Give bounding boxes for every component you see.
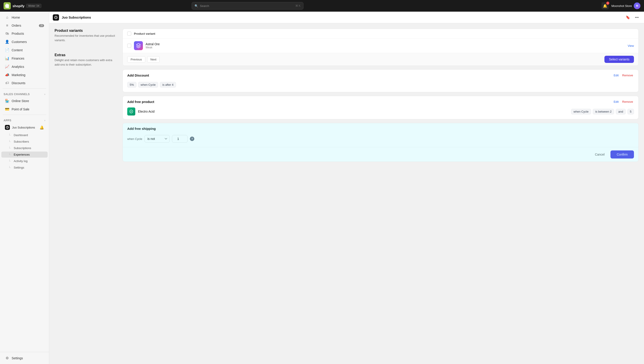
sidebar-subitem-settings-sub[interactable]: └ Settings <box>1 164 48 170</box>
product-variants-title: Product variants <box>54 29 117 33</box>
free-product-remove-button[interactable]: Remove <box>622 100 634 104</box>
confirm-button[interactable]: Confirm <box>610 150 634 158</box>
sidebar-item-finances-label: Finances <box>12 57 24 60</box>
help-icon[interactable]: ? <box>190 136 194 141</box>
sidebar-subitem-dashboard[interactable]: └ Dashboard <box>1 132 48 138</box>
product-variant-col-header: Product variant <box>134 32 155 35</box>
sidebar-item-point-of-sale[interactable]: 💳 Point of Sale <box>1 105 48 113</box>
sidebar-divider-1 <box>3 88 46 89</box>
discount-badge-3: is after 4 <box>160 82 176 88</box>
sales-channels-expand[interactable]: › <box>44 93 46 96</box>
more-options-button[interactable]: ••• <box>633 14 640 21</box>
sidebar-divider-2 <box>3 115 46 115</box>
product-sub: Weak <box>146 46 625 49</box>
sidebar-item-online-store[interactable]: 🏪 Online Store <box>1 97 48 105</box>
top-navigation: shopify Winter '24 🔍 Search ⌘ K 🔔 1 Moon… <box>0 0 644 12</box>
subscribers-label: Subscribers <box>14 140 29 143</box>
notification-button[interactable]: 🔔 1 <box>602 2 609 10</box>
sidebar-item-products[interactable]: 🛍 Products <box>1 30 48 37</box>
extras-section: Extras Delight and retain more customers… <box>54 53 117 67</box>
products-icon: 🛍 <box>5 32 10 36</box>
previous-button[interactable]: Previous <box>127 56 145 63</box>
store-name: Moonshot Store <box>611 4 632 8</box>
sidebar-item-home-label: Home <box>12 16 20 19</box>
free-product-thumbnail <box>127 107 135 115</box>
brand-name: shopify <box>12 4 24 8</box>
sidebar-subitem-subscriptions[interactable]: └ Subscriptions <box>1 145 48 151</box>
discount-actions: Edit Remove <box>613 73 634 77</box>
discount-edit-button[interactable]: Edit <box>613 73 620 77</box>
view-product-link[interactable]: View <box>628 44 634 48</box>
season-badge: Winter '24 <box>26 4 41 8</box>
condition-label: is between 2 <box>593 109 614 114</box>
bookmark-button[interactable]: 🔖 <box>624 14 632 21</box>
discount-badge-2: when Cycle <box>138 82 158 88</box>
tree-line: └ <box>8 133 10 137</box>
discounts-icon: 🏷 <box>5 81 10 85</box>
cancel-button[interactable]: Cancel <box>591 150 608 158</box>
notification-badge: 1 <box>606 2 609 5</box>
cycle-condition: when Cycle is between 2 and 5 <box>157 109 634 114</box>
sidebar-item-pos-label: Point of Sale <box>12 107 29 111</box>
select-all-checkbox[interactable] <box>127 32 131 36</box>
page-content: Product variants Recommended for invento… <box>49 23 644 364</box>
content-icon: 📄 <box>5 48 10 52</box>
sidebar-item-juo[interactable]: Juo Subscriptions 🔔 <box>1 123 48 132</box>
orders-badge: 28 <box>39 24 44 27</box>
store-button[interactable]: Moonshot Store M <box>611 3 640 9</box>
tree-line: └ <box>8 166 10 169</box>
product-variants-card: Product variant Astral Ore We <box>122 29 639 66</box>
apps-expand[interactable]: › <box>44 119 46 122</box>
add-discount-card: Add Discount Edit Remove 5% when Cycle i… <box>122 69 639 92</box>
extras-title: Extras <box>54 53 117 57</box>
sidebar-item-orders[interactable]: ≡ Orders 28 <box>1 22 48 29</box>
cycle-value-input[interactable] <box>172 135 188 143</box>
search-shortcut: ⌘ K <box>296 4 300 8</box>
sidebar-item-settings[interactable]: ⚙ Settings <box>1 354 48 362</box>
select-variants-button[interactable]: Select variants <box>604 56 634 63</box>
sidebar-item-marketing[interactable]: 📣 Marketing <box>1 71 48 79</box>
sidebar: ⌂ Home ≡ Orders 28 🛍 Products 👤 Customer… <box>0 12 49 364</box>
sidebar-subitem-experiences[interactable]: └ Experiences <box>1 151 48 158</box>
discount-remove-button[interactable]: Remove <box>622 73 634 77</box>
brand[interactable]: shopify Winter '24 <box>4 2 41 10</box>
discount-card-header: Add Discount Edit Remove <box>123 70 638 81</box>
sidebar-item-discounts[interactable]: 🏷 Discounts <box>1 79 48 87</box>
next-button[interactable]: Next <box>147 56 160 63</box>
settings-icon: ⚙ <box>5 356 10 360</box>
topnav-right: 🔔 1 Moonshot Store M <box>602 2 640 10</box>
two-col-layout: Product variants Recommended for invento… <box>54 29 639 162</box>
orders-icon: ≡ <box>5 24 10 28</box>
sidebar-item-analytics[interactable]: 📈 Analytics <box>1 63 48 71</box>
sidebar-subitem-activity-log[interactable]: └ Activity log <box>1 158 48 164</box>
tree-line: └ <box>8 140 10 143</box>
sidebar-subitem-subscribers[interactable]: └ Subscribers <box>1 139 48 145</box>
tree-line: └ <box>8 146 10 150</box>
settings-sub-label: Settings <box>14 166 24 169</box>
sidebar-item-customers-label: Customers <box>12 40 27 44</box>
add-free-product-card: Add free product Edit Remove <box>122 96 639 119</box>
free-shipping-card-body: when Cycle is not is is after is before … <box>123 134 638 147</box>
sidebar-item-content[interactable]: 📄 Content <box>1 46 48 54</box>
juo-bell-icon[interactable]: 🔔 <box>40 125 44 130</box>
product-name: Astral Ore <box>146 42 625 46</box>
pagination-buttons: Previous Next <box>127 56 160 63</box>
search-placeholder: Search <box>200 4 209 8</box>
free-product-edit-button[interactable]: Edit <box>613 100 620 104</box>
content-area: Juo Subscriptions 🔖 ••• Product variants… <box>49 12 644 364</box>
sidebar-item-orders-label: Orders <box>12 24 21 27</box>
free-product-row: Electro Acid when Cycle is between 2 and… <box>127 107 634 115</box>
search-bar[interactable]: 🔍 Search ⌘ K <box>192 2 304 10</box>
sidebar-item-finances[interactable]: 📊 Finances <box>1 54 48 62</box>
condition-dropdown[interactable]: is not is is after is before is between <box>144 135 170 143</box>
sidebar-item-analytics-label: Analytics <box>12 65 24 69</box>
product-variants-section: Product variants Recommended for invento… <box>54 29 117 42</box>
juo-app-icon <box>5 125 10 130</box>
settings-label: Settings <box>12 356 23 360</box>
product-checkbox[interactable] <box>127 44 131 48</box>
home-icon: ⌂ <box>5 16 10 20</box>
sidebar-item-customers[interactable]: 👤 Customers <box>1 38 48 46</box>
sidebar-item-home[interactable]: ⌂ Home <box>1 14 48 21</box>
cycle-value: 5 <box>628 109 634 114</box>
free-product-actions: Edit Remove <box>613 100 634 104</box>
